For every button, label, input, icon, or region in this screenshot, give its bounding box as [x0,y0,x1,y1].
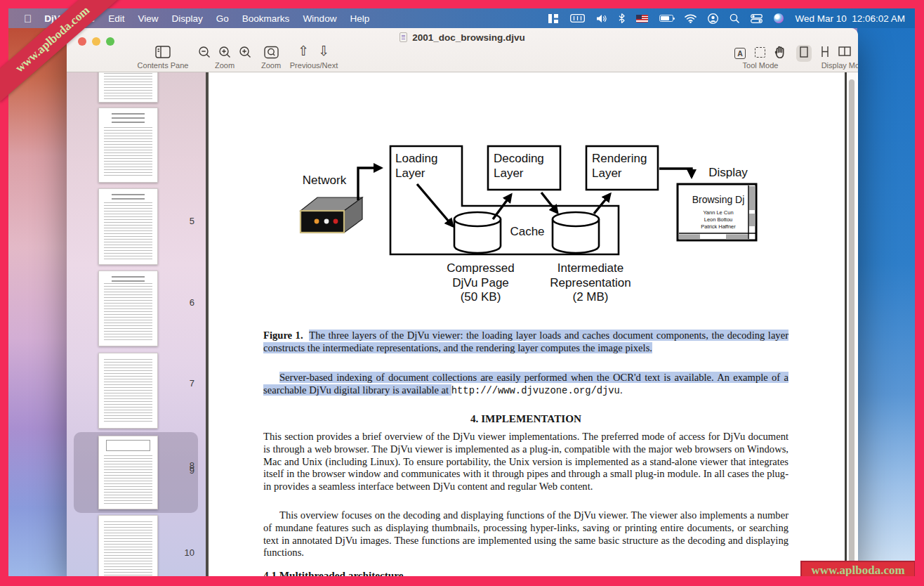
intermediate-representation-label: Intermediate Representation (2 MB) [534,261,647,305]
desktop:  DjVu File Edit View Display Go Bookmar… [8,8,915,576]
menu-display[interactable]: Display [172,13,203,24]
arrow-network-to-loading [358,168,381,200]
menu-bar:  DjVu File Edit View Display Go Bookmar… [8,8,915,28]
siri-icon[interactable] [774,13,784,23]
arrow-decoding-to-cache2 [541,193,557,213]
single-page-icon [800,46,808,58]
marquee-tool-button[interactable] [755,47,765,60]
two-pages-icon [838,46,851,56]
prev-next-label: Previous/Next [290,61,338,70]
menu-bookmarks[interactable]: Bookmarks [242,13,290,24]
arrow-up-icon: ⇧ [298,44,309,58]
menu-items: File Edit View Display Go Bookmarks Wind… [80,13,370,24]
desktop-wallpaper-left [8,8,67,576]
previous-page-button[interactable]: ⇧ [298,44,309,58]
browser-author-2: Leon Bottou [689,216,748,223]
zoom-select-button[interactable] [264,46,279,62]
djvu-viewer-window: 2001_doc_browsing.djvu Contents Pane Zoo… [67,28,858,576]
zoom-actual-icon [239,46,252,59]
text-select-tool-button[interactable]: A [734,46,746,59]
contents-pane-icon [155,46,171,58]
page-number-10: 10 [165,547,194,558]
arrow-loading-to-cache1 [417,184,453,226]
volume-icon[interactable] [596,14,607,23]
next-page-button[interactable]: ⇩ [318,44,329,58]
wifi-icon[interactable] [685,14,697,23]
menu-go[interactable]: Go [216,13,229,24]
zoom-out-button[interactable] [198,46,211,62]
figure-caption: Figure 1. The three layers of the DjVu v… [263,330,788,355]
battery-icon[interactable] [659,15,673,22]
user-icon[interactable] [708,13,718,24]
thumbnail-page-7[interactable] [98,271,158,346]
subsection-heading-cutoff: 4.1 Multithreaded architecture [263,569,788,576]
thumbnail-page-4[interactable] [98,72,158,103]
contents-pane-button[interactable] [155,46,171,61]
zoom-actual-button[interactable] [239,46,252,62]
vertical-scrollbar[interactable] [847,72,857,576]
keyboard-icon[interactable] [570,14,585,22]
display-two-pages-button[interactable] [838,46,851,59]
text-select-icon: A [734,48,746,59]
body-paragraph-1: This section provides a brief overview o… [263,431,788,493]
thumbnail-page-8[interactable] [98,353,158,429]
window-chrome: 2001_doc_browsing.djvu Contents Pane Zoo… [67,28,858,72]
document-page[interactable]: Network Loading Layer Decoding Layer Ren… [209,72,845,576]
bluetooth-icon[interactable] [619,13,625,23]
figure-1-diagram: Network Loading Layer Decoding Layer Ren… [209,141,845,308]
menu-bar-clock[interactable]: Wed Mar 10 12:06:02 AM [795,13,905,24]
section-heading: 4. IMPLEMENTATION [263,412,788,425]
pan-tool-button[interactable] [774,45,786,62]
display-label: Display [700,166,756,181]
watermark-box-text: www.aplboda.com [811,564,904,577]
body-paragraph-2: This overview focuses on the decoding an… [263,509,788,559]
thumbnail-page-6[interactable] [98,188,158,265]
loading-layer-label: Loading Layer [395,152,451,181]
tool-mode-label: Tool Mode [743,61,779,70]
menu-help[interactable]: Help [350,13,369,24]
network-label: Network [293,174,356,188]
menu-edit[interactable]: Edit [108,13,124,24]
thumbnail-page-9[interactable] [98,436,158,509]
djvuzone-url[interactable]: http:///www.djvuzone.org/djvu [451,386,620,396]
display-single-page-button[interactable] [796,45,812,62]
page-number-6: 6 [165,297,194,308]
decoding-layer-label: Decoding Layer [494,152,553,181]
zoom-in-button[interactable] [218,46,232,62]
zoom-select-icon [264,46,279,59]
menu-window[interactable]: Window [303,13,336,24]
thumbnail-page-5[interactable] [98,108,158,183]
app-switcher-icon[interactable] [548,14,559,23]
document-proxy-icon [400,32,407,42]
compressed-page-label: Compressed DjVu Page (50 KB) [433,261,528,305]
zoom-out-icon [198,46,211,59]
indexing-paragraph-tail: . [620,384,623,396]
marquee-select-icon [755,47,765,58]
input-source-flag-icon[interactable] [636,15,648,22]
desktop-wallpaper-right [857,8,915,576]
spotlight-icon[interactable] [730,13,739,23]
thumbnail-page-10[interactable] [98,515,158,576]
browser-author-1: Yann Le Cun [689,209,748,216]
hand-icon [774,45,786,59]
display-continuous-button[interactable] [821,46,829,60]
contents-pane-label: Contents Pane [138,61,189,70]
thumbnails-sidebar[interactable]: 5 6 7 8 9 10 [67,72,206,576]
zoom-in-icon [218,46,232,59]
figure-caption-text: The three layers of the DjVu viewer: the… [263,330,788,353]
arrow-cache1-to-decoding [493,195,511,219]
scrollbar-thumb[interactable] [849,79,854,568]
zoom-select-label: Zoom [261,61,281,70]
status-icons: Wed Mar 10 12:06:02 AM [548,13,905,24]
browser-title-label: Browsing Dj [689,195,748,205]
indexing-paragraph: Server-based indexing of document collec… [263,372,788,398]
window-title-bar: 2001_doc_browsing.djvu [67,32,858,43]
figure-caption-label: Figure 1. [263,330,303,341]
apple-menu-icon[interactable]:  [24,13,32,25]
watermark-box: www.aplboda.com [800,561,915,576]
zoom-group-label: Zoom [215,61,235,70]
control-center-icon[interactable] [751,14,763,23]
display-mode-label: Display Mode [821,61,858,70]
page-number-5: 5 [165,216,194,226]
menu-view[interactable]: View [138,13,159,24]
